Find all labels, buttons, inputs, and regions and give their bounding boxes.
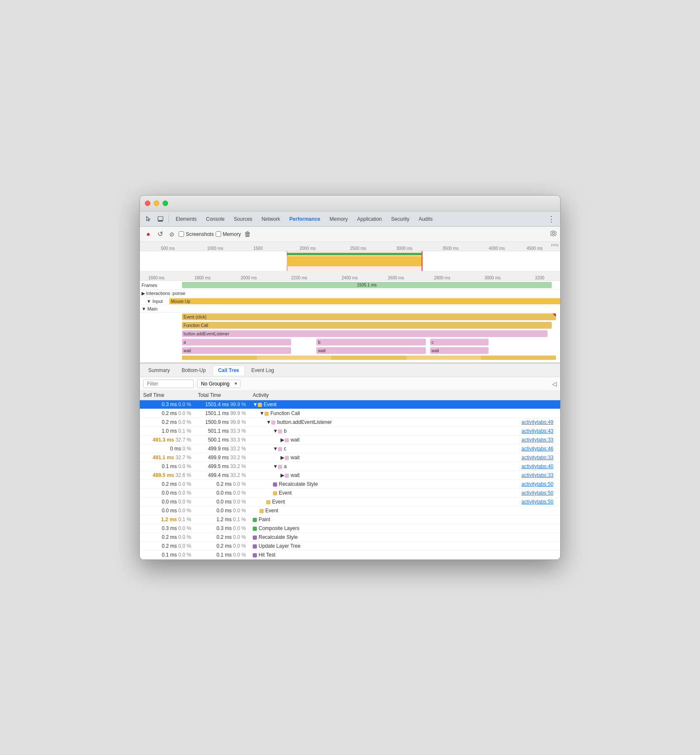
cell-self-time: 0.2 ms 0.0 %	[140, 418, 195, 427]
activity-label: Recalculate Style	[279, 481, 318, 487]
activity-color-dot	[253, 535, 257, 540]
reload-button[interactable]: ↺	[155, 229, 165, 239]
grouping-select[interactable]: No Grouping By Category By Domain By URL	[197, 380, 240, 388]
tab-sources[interactable]: Sources	[230, 214, 256, 224]
table-row[interactable]: 491.1 ms 32.7 %499.9 ms 33.2 %activityta…	[140, 453, 560, 462]
cursor-icon[interactable]	[143, 214, 154, 225]
table-row[interactable]: 0.0 ms 0.0 %0.0 ms 0.0 %Event	[140, 506, 560, 515]
table-row[interactable]: 0.3 ms 0.0 %0.3 ms 0.0 %Composite Layers	[140, 524, 560, 533]
table-row[interactable]: 0.2 ms 0.0 %1500.9 ms 99.8 %activitytabs…	[140, 418, 560, 427]
cell-total-time: 1500.9 ms 99.8 %	[195, 418, 249, 427]
activity-label: Function Call	[270, 410, 300, 416]
activity-color-dot	[278, 447, 282, 451]
table-row[interactable]: 0.1 ms 0.0 %0.1 ms 0.0 %Hit Test	[140, 551, 560, 560]
table-row[interactable]: 0.0 ms 0.0 %0.0 ms 0.0 %activitytabs:50E…	[140, 498, 560, 506]
tab-memory[interactable]: Memory	[325, 214, 352, 224]
tab-security[interactable]: Security	[387, 214, 414, 224]
record-button[interactable]: ●	[143, 229, 153, 239]
table-row[interactable]: 0 ms 0 %499.9 ms 33.2 %activitytabs:46▼ …	[140, 444, 560, 453]
close-button[interactable]	[145, 201, 150, 206]
tab-performance[interactable]: Performance	[285, 214, 324, 224]
tick-1000ms: 1000 ms	[207, 246, 223, 251]
table-row[interactable]: 0.1 ms 0.0 %499.5 ms 33.2 %activitytabs:…	[140, 462, 560, 471]
screenshots-checkbox[interactable]	[179, 231, 184, 237]
table-row[interactable]: 0.2 ms 0.0 %1501.1 ms 99.9 %▼ Function C…	[140, 409, 560, 418]
activity-link[interactable]: activitytabs:50	[521, 490, 557, 496]
tab-call-tree[interactable]: Call Tree	[213, 365, 245, 375]
table-row[interactable]: 0.3 ms 0.0 %1501.4 ms 99.9 %▼ Event	[140, 400, 560, 409]
table-row[interactable]: 1.2 ms 0.1 %1.2 ms 0.1 %Paint	[140, 515, 560, 524]
activity-link[interactable]: activitytabs:33	[521, 455, 557, 460]
activity-link[interactable]: activitytabs:43	[521, 428, 557, 434]
tick-2500ms: 2500 ms	[350, 246, 366, 251]
tree-toggle[interactable]: ▶	[280, 437, 285, 443]
table-row[interactable]: 491.3 ms 32.7 %500.1 ms 33.3 %activityta…	[140, 436, 560, 444]
activity-color-dot	[273, 491, 277, 495]
tab-elements[interactable]: Elements	[171, 214, 201, 224]
collapse-icon[interactable]: ◁	[552, 380, 557, 387]
activity-color-dot	[285, 456, 289, 460]
track-event-click: Event (click)	[140, 313, 560, 321]
minimize-button[interactable]	[154, 201, 159, 206]
tree-toggle[interactable]: ▼	[259, 410, 265, 416]
clear-button[interactable]: 🗑	[244, 230, 251, 238]
tree-toggle[interactable]: ▼	[253, 402, 258, 407]
stop-button[interactable]: ⊘	[167, 229, 177, 239]
tick-3000ms: 3000 ms	[396, 246, 412, 251]
activity-link[interactable]: activitytabs:33	[521, 437, 557, 443]
bar-wait-b: wait	[316, 347, 425, 354]
table-row[interactable]: 0.2 ms 0.0 %0.2 ms 0.0 %activitytabs:50R…	[140, 480, 560, 489]
table-row[interactable]: 1.0 ms 0.1 %501.1 ms 33.3 %activitytabs:…	[140, 427, 560, 436]
tab-summary[interactable]: Summary	[143, 366, 175, 375]
tick-500ms: 500 ms	[161, 246, 175, 251]
tree-toggle[interactable]: ▶	[280, 472, 285, 478]
table-row[interactable]: 0.2 ms 0.0 %0.2 ms 0.0 %Recalculate Styl…	[140, 533, 560, 542]
tab-network[interactable]: Network	[257, 214, 284, 224]
cell-self-time: 0.2 ms 0.0 %	[140, 480, 195, 489]
tab-event-log[interactable]: Event Log	[246, 366, 279, 375]
cell-self-time: 0.0 ms 0.0 %	[140, 489, 195, 498]
add-event-listener-bar: button.addEventListener	[182, 330, 548, 337]
activity-link[interactable]: activitytabs:33	[521, 472, 557, 478]
function-call-bar: Function Call	[182, 322, 552, 329]
tab-audits[interactable]: Audits	[414, 214, 437, 224]
tab-bottom-up[interactable]: Bottom-Up	[176, 366, 211, 375]
tree-toggle[interactable]: ▼	[273, 463, 278, 469]
settings-button[interactable]	[550, 230, 557, 238]
tab-console[interactable]: Console	[202, 214, 229, 224]
tick-b-1800ms: 1800 ms	[195, 276, 211, 280]
memory-checkbox-label[interactable]: Memory	[216, 231, 241, 237]
activity-link[interactable]: activitytabs:50	[521, 499, 557, 505]
more-tabs-button[interactable]: ⋮	[546, 214, 557, 225]
screenshots-checkbox-label[interactable]: Screenshots	[179, 231, 214, 237]
table-row[interactable]: 0.2 ms 0.0 %0.2 ms 0.0 %Update Layer Tre…	[140, 542, 560, 551]
tree-toggle[interactable]: ▼	[273, 446, 278, 452]
grouping-wrapper: No Grouping By Category By Domain By URL…	[197, 380, 240, 388]
tick-b-3200ms: 3200	[535, 276, 544, 280]
activity-label: Update Layer Tree	[259, 543, 300, 549]
cell-self-time: 0.0 ms 0.0 %	[140, 506, 195, 515]
cell-total-time: 1.2 ms 0.1 %	[195, 515, 249, 524]
maximize-button[interactable]	[163, 201, 168, 206]
tree-toggle[interactable]: ▼	[266, 419, 271, 425]
table-row[interactable]: 489.5 ms 32.6 %499.4 ms 33.2 %activityta…	[140, 471, 560, 480]
table-row[interactable]: 0.0 ms 0.0 %0.0 ms 0.0 %activitytabs:50E…	[140, 489, 560, 498]
activity-link[interactable]: activitytabs:49	[521, 419, 557, 425]
svg-rect-1	[158, 220, 163, 222]
tick-3500ms: 3500 ms	[443, 246, 459, 251]
track-add-event-listener: button.addEventListener	[140, 329, 560, 338]
filter-input[interactable]	[143, 380, 194, 388]
cell-total-time: 0.0 ms 0.0 %	[195, 498, 249, 506]
memory-checkbox[interactable]	[216, 231, 221, 237]
activity-link[interactable]: activitytabs:40	[521, 463, 557, 469]
tree-toggle[interactable]: ▶	[280, 455, 285, 460]
cell-activity: Recalculate Style	[249, 533, 560, 542]
tree-toggle[interactable]: ▼	[273, 428, 278, 434]
cell-activity: Paint	[249, 515, 560, 524]
activity-link[interactable]: activitytabs:46	[521, 446, 557, 452]
tab-application[interactable]: Application	[353, 214, 386, 224]
tick-b-1600ms: 1600 ms	[148, 276, 164, 280]
activity-link[interactable]: activitytabs:50	[521, 481, 557, 487]
dock-icon[interactable]	[155, 214, 166, 225]
tick-4000ms: 4000 ms	[489, 246, 505, 251]
